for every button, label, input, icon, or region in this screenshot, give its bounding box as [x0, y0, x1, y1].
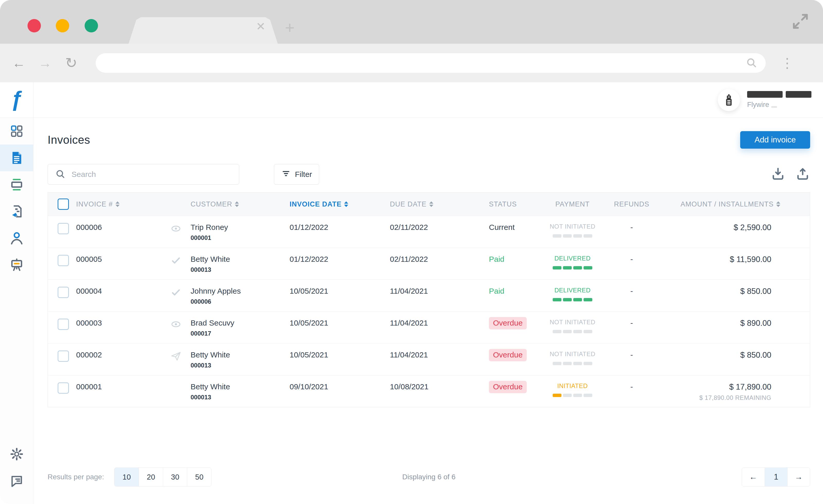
table-row[interactable]: 000006 Trip Roney 000001 01/12/2022	[48, 216, 810, 247]
row-checkbox[interactable]	[57, 350, 69, 362]
browser-menu-icon[interactable]: ⋮	[781, 57, 791, 69]
payment-status: DELIVERED	[554, 255, 591, 262]
page-size-20[interactable]: 20	[139, 468, 163, 486]
upload-icon[interactable]	[795, 166, 810, 182]
check-icon	[170, 255, 182, 267]
col-amount[interactable]: AMOUNT / INSTALLMENTS	[664, 200, 810, 208]
search-icon	[55, 169, 65, 180]
browser-tab[interactable]: ✕	[129, 17, 278, 44]
customer-name: Betty White	[191, 255, 290, 264]
next-page-icon[interactable]: →	[787, 468, 810, 486]
prev-page-icon[interactable]: ←	[742, 468, 765, 486]
invoice-date: 10/05/2021	[290, 280, 390, 296]
row-checkbox[interactable]	[57, 287, 69, 298]
col-invoice-number[interactable]: INVOICE #	[76, 200, 161, 208]
minimize-window-button[interactable]	[56, 19, 69, 32]
customer-id: 000006	[191, 298, 290, 305]
invoice-number: 000005	[76, 248, 161, 264]
refund-document-icon	[9, 204, 24, 218]
url-input[interactable]	[96, 59, 746, 67]
app-body: Invoices Add invoice	[0, 118, 823, 504]
invoice-number: 000002	[76, 344, 161, 359]
main-content: Invoices Add invoice	[33, 118, 823, 504]
faded-text	[771, 106, 777, 108]
due-date: 11/04/2021	[390, 344, 489, 359]
sort-icon	[235, 201, 239, 207]
sort-icon	[116, 201, 120, 207]
sidebar-item-refunds[interactable]	[0, 198, 33, 225]
row-checkbox[interactable]	[57, 382, 69, 394]
forward-icon[interactable]: →	[36, 56, 53, 70]
sidebar-item-reports[interactable]	[0, 251, 33, 278]
gear-icon	[10, 447, 24, 462]
search-icon[interactable]	[746, 57, 757, 69]
zoom-window-button[interactable]	[85, 19, 98, 32]
col-customer[interactable]: CUSTOMER	[191, 200, 290, 208]
reload-icon[interactable]: ↻	[63, 56, 80, 70]
back-icon[interactable]: ←	[10, 56, 27, 70]
close-window-button[interactable]	[27, 19, 41, 32]
payment-status: NOT INITIATED	[549, 319, 596, 326]
col-invoice-date[interactable]: INVOICE DATE	[290, 200, 390, 208]
row-checkbox[interactable]	[57, 255, 69, 266]
refunds-value: -	[600, 312, 664, 327]
avatar[interactable]	[718, 89, 740, 111]
refunds-value: -	[600, 248, 664, 264]
row-checkbox[interactable]	[57, 223, 69, 234]
close-tab-icon[interactable]: ✕	[256, 21, 266, 32]
customer-id: 000017	[191, 330, 290, 337]
header-right: Flywire	[33, 82, 823, 118]
sidebar-item-payments[interactable]	[0, 171, 33, 198]
user-name-redacted	[747, 91, 811, 98]
table-row[interactable]: 000002 Betty White 000013 10/05/202	[48, 343, 810, 375]
sidebar-item-dashboard[interactable]	[0, 118, 33, 145]
sidebar-item-feedback[interactable]	[0, 468, 33, 495]
table-row[interactable]: 000004 Johnny Apples 000006 10/05/2	[48, 280, 810, 311]
sidebar-item-invoices[interactable]	[0, 145, 33, 171]
payment-status: NOT INITIATED	[549, 223, 596, 230]
col-status: STATUS	[489, 200, 545, 208]
table-row[interactable]: 000005 Betty White 000013 01/12/202	[48, 247, 810, 280]
new-tab-button[interactable]: +	[285, 20, 295, 36]
fullscreen-icon[interactable]	[791, 12, 810, 31]
add-invoice-button[interactable]: Add invoice	[740, 131, 810, 149]
invoice-number: 000004	[76, 280, 161, 296]
browser-toolbar: ← → ↻ ⋮	[0, 44, 823, 82]
page-size-30[interactable]: 30	[163, 468, 187, 486]
search-input[interactable]	[71, 170, 232, 179]
download-icon[interactable]	[771, 166, 786, 182]
customer-id: 000013	[191, 362, 290, 369]
table-row[interactable]: 000003 Brad Secuvy 000017 10/05/202	[48, 311, 810, 343]
row-checkbox[interactable]	[57, 319, 69, 330]
browser-window: ✕ + ← → ↻ ⋮ ƒ	[0, 0, 823, 504]
amount-value: $ 890.00	[740, 319, 771, 328]
sort-icon	[429, 201, 433, 207]
search-box[interactable]	[47, 164, 239, 185]
sidebar-item-settings[interactable]	[0, 441, 33, 468]
table-header: INVOICE # CUSTOMER INVOICE DATE	[48, 193, 810, 216]
customer-name: Betty White	[191, 350, 290, 359]
url-bar[interactable]	[96, 53, 766, 73]
sort-icon	[344, 201, 348, 207]
app-header: ƒ	[0, 82, 823, 118]
current-page[interactable]: 1	[765, 468, 787, 486]
filter-funnel-icon	[281, 169, 291, 180]
table-row[interactable]: 000001 Betty White 000013 09/10/202	[48, 375, 810, 407]
payment-card-icon	[9, 177, 24, 192]
due-date: 02/11/2022	[390, 216, 489, 232]
payment-status: DELIVERED	[554, 287, 591, 294]
refunds-value: -	[600, 280, 664, 296]
page-size-50[interactable]: 50	[187, 468, 211, 486]
user-block: Flywire	[747, 91, 811, 109]
sidebar-item-customers[interactable]	[0, 225, 33, 251]
col-due-date[interactable]: DUE DATE	[390, 200, 489, 208]
customer-name: Trip Roney	[191, 223, 290, 232]
results-per-page-label: Results per page:	[47, 473, 104, 481]
filter-button[interactable]: Filter	[274, 164, 319, 185]
invoice-date: 01/12/2022	[290, 248, 390, 264]
select-all-checkbox[interactable]	[57, 198, 69, 210]
invoice-number: 000003	[76, 312, 161, 327]
user-org: Flywire	[747, 101, 769, 109]
page-size-10[interactable]: 10	[115, 468, 139, 486]
customer-name: Brad Secuvy	[191, 319, 290, 327]
